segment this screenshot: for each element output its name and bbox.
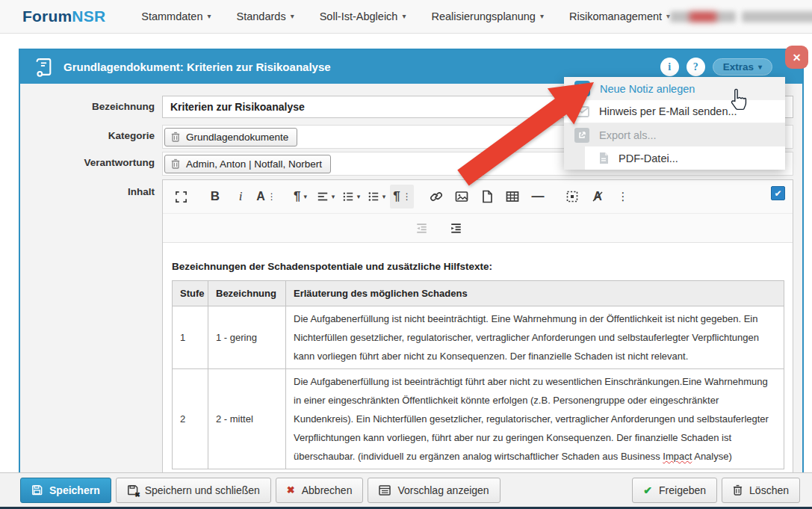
trash-icon — [733, 484, 743, 496]
menu-label: Stammdaten — [141, 10, 202, 22]
verantwortung-tag[interactable]: Admin, Anton | Notfall, Norbert — [164, 155, 331, 173]
menu-risikomanagement[interactable]: Risikomanagement ▾ — [569, 10, 670, 22]
unordered-list-icon[interactable]: ▾ — [365, 185, 388, 209]
menu-realisierungsplanung[interactable]: Realisierungsplanung ▾ — [431, 10, 544, 22]
user-menu[interactable]: (ADMINISTRATOR) ▾ — [670, 11, 812, 22]
table-header-row: Stufe Bezeichnung Erläuterung des möglic… — [173, 281, 784, 306]
close-icon: ✕ — [793, 52, 802, 64]
speichern-und-schliessen-button[interactable]: ✖ Speichern und schließen — [116, 478, 271, 503]
cell-bezeichnung: 1 - gering — [208, 306, 286, 369]
left-actions: Speichern ✖ Speichern und schließen ✖ Ab… — [20, 478, 500, 503]
trash-icon — [171, 158, 180, 169]
chevron-down-icon: ▾ — [758, 64, 762, 71]
indent-icon[interactable] — [444, 216, 468, 240]
chevron-down-icon: ▾ — [303, 193, 307, 200]
kategorie-tag[interactable]: Grundlagendokumente — [164, 128, 297, 146]
verantwortung-tag-label: Admin, Anton | Notfall, Norbert — [186, 158, 322, 170]
col-header-stufe: Stufe — [173, 281, 208, 306]
speichern-button[interactable]: Speichern — [20, 478, 111, 503]
editor-toolbar-row2 — [163, 214, 793, 243]
insert-image-icon[interactable] — [450, 185, 474, 209]
redacted-username — [670, 11, 736, 22]
menu-item-neue-notiz[interactable]: Neue Notiz anlegen — [564, 77, 785, 100]
scroll-document-icon — [34, 56, 53, 78]
schadenspotentiale-table: Stufe Bezeichnung Erläuterung des möglic… — [172, 280, 784, 469]
ordered-list-icon[interactable]: ▾ — [339, 185, 363, 209]
menu-item-label: PDF-Datei... — [619, 152, 678, 164]
menu-item-pdf-datei[interactable]: PDF-Datei... — [585, 146, 785, 170]
horizontal-rule-icon[interactable]: — — [526, 185, 550, 209]
action-bar: Speichern ✖ Speichern und schließen ✖ Ab… — [0, 472, 812, 507]
menu-label: Realisierungsplanung — [431, 10, 535, 22]
cell-stufe: 2 — [173, 369, 208, 469]
cancel-x-icon: ✖ — [287, 484, 295, 496]
menu-stammdaten[interactable]: Stammdaten ▾ — [141, 10, 211, 22]
italic-icon[interactable]: i — [229, 185, 252, 209]
app-logo: ForumNSR — [22, 7, 105, 25]
more-options-icon[interactable]: ⋮ — [611, 185, 635, 209]
note-icon — [574, 81, 590, 96]
col-header-bezeichnung: Bezeichnung — [208, 281, 286, 306]
kategorie-label: Kategorie — [20, 130, 155, 141]
inhalt-label: Inhalt — [20, 186, 155, 197]
outdent-icon[interactable] — [409, 216, 433, 240]
pdf-file-icon — [598, 152, 609, 164]
header-buttons: i ? Extras ▾ — [660, 58, 802, 76]
content-heading: Bezeichnungen der Schadenspotentiale und… — [172, 261, 784, 272]
extras-label: Extras — [723, 61, 754, 73]
fullscreen-icon[interactable] — [169, 185, 193, 209]
top-navigation-bar: ForumNSR Stammdaten ▾ Standards ▾ Soll-I… — [0, 0, 812, 34]
trash-icon — [171, 132, 180, 142]
help-button[interactable]: ? — [687, 58, 705, 76]
chevron-down-icon: ▾ — [357, 193, 361, 200]
select-all-icon[interactable] — [560, 185, 584, 209]
main-menu: Stammdaten ▾ Standards ▾ Soll-Ist-Abglei… — [141, 10, 670, 22]
chevron-down-icon: ▾ — [540, 13, 544, 20]
cell-erlaeuterung: Die Aufgabenerfüllung ist beeinträchtigt… — [286, 369, 784, 469]
menu-item-export-als: Export als... — [564, 123, 785, 146]
cell-erlaeuterung: Die Aufgabenerfüllung ist nicht beeinträ… — [286, 306, 784, 369]
menu-item-hinweis-email[interactable]: Hinweis per E-Mail senden... — [564, 100, 785, 123]
close-button[interactable]: ✕ — [785, 46, 808, 69]
insert-table-icon[interactable] — [500, 185, 524, 209]
chevron-down-icon: ▾ — [208, 13, 211, 20]
save-icon — [31, 484, 43, 496]
chevron-down-icon: ▾ — [291, 13, 294, 20]
menu-label: Standards — [237, 10, 286, 22]
freigeben-button[interactable]: ✔ Freigeben — [632, 478, 717, 503]
insert-file-icon[interactable] — [475, 185, 499, 209]
track-changes-checkbox[interactable]: ✔ — [771, 186, 785, 200]
bold-icon[interactable]: B — [203, 185, 227, 209]
align-icon[interactable]: ▾ — [314, 185, 338, 209]
text-format-icon[interactable]: A ⋮ — [254, 185, 278, 209]
menu-export-group: Export als... PDF-Datei... — [564, 123, 785, 170]
menu-standards[interactable]: Standards ▾ — [237, 10, 294, 22]
paragraph-style-icon[interactable]: ¶ ▾ — [288, 185, 312, 209]
abbrechen-button[interactable]: ✖ Abbrechen — [276, 478, 364, 503]
editor-content[interactable]: Bezeichnungen der Schadenspotentiale und… — [163, 243, 793, 478]
chevron-down-icon: ▾ — [402, 13, 406, 20]
redacted-username — [742, 11, 812, 22]
link-icon[interactable] — [424, 185, 448, 209]
list-icon — [379, 485, 391, 496]
chevron-down-icon: ▾ — [332, 193, 335, 200]
kategorie-tag-label: Grundlagendokumente — [186, 132, 288, 143]
clear-formatting-icon[interactable]: A — [586, 185, 610, 209]
table-row: 2 2 - mittel Die Aufgabenerfüllung ist b… — [173, 369, 784, 469]
spellcheck-word: Impact — [663, 451, 692, 462]
extras-dropdown-menu: Neue Notiz anlegen Hinweis per E-Mail se… — [564, 77, 785, 170]
info-button[interactable]: i — [660, 58, 679, 76]
bezeichnung-label: Bezeichnung — [20, 101, 155, 112]
check-icon: ✔ — [774, 188, 781, 199]
menu-item-label: Neue Notiz anlegen — [600, 83, 695, 95]
loeschen-button[interactable]: Löschen — [722, 478, 800, 503]
extras-button[interactable]: Extras ▾ — [713, 58, 772, 75]
menu-soll-ist-abgleich[interactable]: Soll-Ist-Abgleich ▾ — [320, 10, 406, 22]
col-header-erlaeuterung: Erläuterung des möglichen Schadens — [286, 281, 784, 306]
paragraph-format-icon[interactable]: ¶ ⋮ — [390, 185, 414, 209]
logo-primary: Forum — [22, 7, 72, 25]
check-icon: ✔ — [643, 484, 652, 496]
right-actions: ✔ Freigeben Löschen — [632, 478, 800, 503]
cell-stufe: 1 — [173, 306, 208, 369]
vorschlag-anzeigen-button[interactable]: Vorschlag anzeigen — [368, 478, 500, 503]
